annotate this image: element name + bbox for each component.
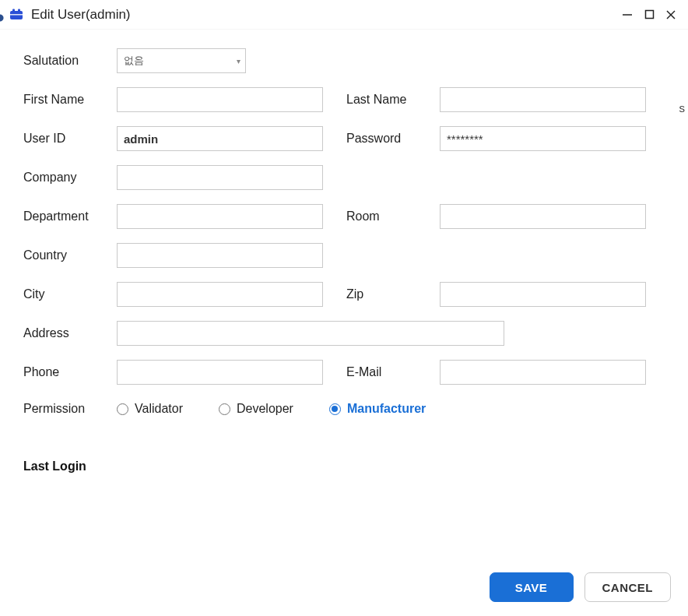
svg-rect-2	[12, 9, 15, 12]
user-id-label: User ID	[23, 132, 117, 146]
password-input[interactable]	[440, 126, 646, 151]
zip-input[interactable]	[440, 282, 646, 307]
first-name-label: First Name	[23, 93, 117, 107]
window-title: Edit User(admin)	[31, 7, 131, 23]
save-button[interactable]: SAVE	[490, 572, 574, 602]
minimize-button[interactable]	[616, 5, 638, 24]
user-id-input	[117, 126, 323, 151]
radio-icon	[117, 403, 128, 415]
room-label: Room	[346, 209, 440, 224]
permission-developer[interactable]: Developer	[219, 402, 293, 416]
phone-input[interactable]	[117, 360, 323, 385]
last-login-label: Last Login	[23, 459, 668, 473]
permission-label: Permission	[23, 402, 117, 416]
radio-icon	[219, 403, 230, 415]
cancel-button[interactable]: CANCEL	[584, 572, 672, 602]
permission-manufacturer-label: Manufacturer	[347, 402, 426, 416]
company-input[interactable]	[117, 165, 323, 190]
city-input[interactable]	[117, 282, 323, 307]
form-content: Salutation 없음 ▾ First Name Last Name Use…	[0, 30, 688, 616]
city-label: City	[23, 287, 117, 301]
password-label: Password	[346, 132, 440, 146]
app-icon	[8, 8, 25, 22]
department-input[interactable]	[117, 204, 323, 229]
last-name-label: Last Name	[346, 93, 440, 107]
salutation-label: Salutation	[23, 54, 117, 68]
country-input[interactable]	[117, 243, 323, 268]
email-input[interactable]	[440, 360, 646, 385]
titlebar: Edit User(admin)	[0, 0, 688, 30]
first-name-input[interactable]	[117, 87, 323, 112]
svg-rect-5	[645, 11, 653, 19]
dialog-footer: SAVE CANCEL	[490, 572, 672, 602]
salutation-select[interactable]: 없음 ▾	[117, 48, 246, 73]
background-window-fragment	[0, 9, 5, 26]
department-label: Department	[23, 209, 117, 224]
phone-label: Phone	[23, 365, 117, 379]
address-input[interactable]	[117, 321, 504, 346]
permission-validator[interactable]: Validator	[117, 402, 183, 416]
email-label: E-Mail	[346, 365, 440, 379]
permission-developer-label: Developer	[237, 402, 293, 416]
svg-rect-1	[10, 14, 23, 16]
maximize-button[interactable]	[638, 5, 660, 24]
company-label: Company	[23, 171, 117, 185]
permission-manufacturer[interactable]: Manufacturer	[329, 402, 426, 416]
permission-validator-label: Validator	[135, 402, 183, 416]
country-label: Country	[23, 248, 117, 262]
zip-label: Zip	[346, 287, 440, 301]
close-button[interactable]	[660, 5, 682, 24]
chevron-down-icon: ▾	[237, 57, 240, 65]
address-label: Address	[23, 326, 117, 340]
room-input[interactable]	[440, 204, 646, 229]
svg-rect-3	[18, 9, 20, 12]
salutation-value: 없음	[124, 54, 144, 68]
radio-icon	[329, 403, 341, 415]
last-name-input[interactable]	[440, 87, 646, 112]
